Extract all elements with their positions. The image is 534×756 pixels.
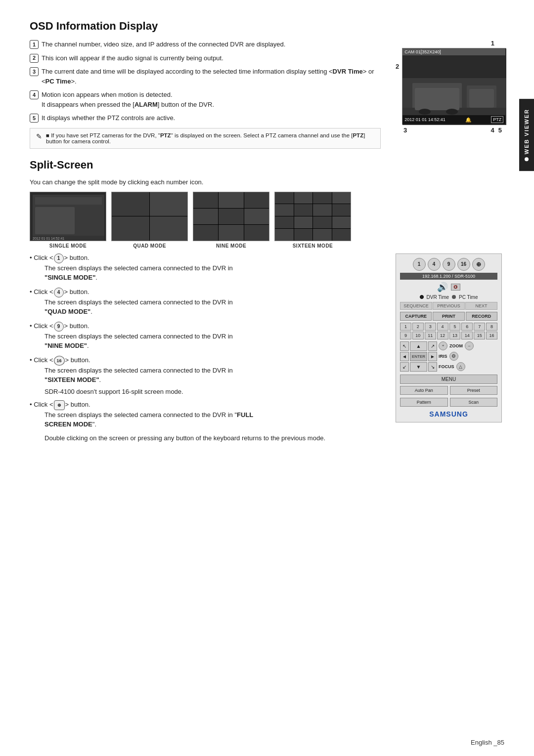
bullet-nine-mode: • Click <9> button. The screen displays …	[30, 322, 386, 351]
dvr-speaker-icon[interactable]: 🔊	[437, 282, 448, 293]
s6	[294, 204, 313, 216]
page-footer: English _85	[471, 739, 504, 746]
dvr-iris-label: IRIS	[439, 354, 447, 359]
dvr-capture-btn[interactable]: CAPTURE	[400, 312, 432, 321]
dvr-focus-row: FOCUS △	[439, 362, 497, 371]
single-mode-text: "SINGLE MODE"	[44, 274, 95, 281]
svg-text:2012 01 01  14:52:41: 2012 01 01 14:52:41	[33, 237, 64, 240]
s9	[275, 216, 294, 228]
dvr-print-btn[interactable]: PRINT	[433, 312, 464, 321]
dvr-preset-btn[interactable]: Preset	[450, 386, 498, 395]
dvr-arrow-upright[interactable]: ↗	[428, 341, 437, 351]
dvr-menu-btn[interactable]: MENU	[400, 375, 497, 384]
osd-num-1: 1	[30, 40, 39, 49]
cam-header-text: CAM 01[352X240]	[402, 48, 505, 55]
dvr-focus-btn[interactable]: △	[456, 362, 465, 371]
dvr-time-row: DVR Time PC Time	[400, 294, 497, 300]
dvr-arrow-left[interactable]: ◄	[400, 352, 409, 361]
dvr-num-8[interactable]: 8	[486, 323, 497, 331]
dvr-pattern-btn[interactable]: Pattern	[400, 398, 448, 407]
s8	[332, 204, 351, 216]
nine-cell-6	[244, 209, 269, 224]
dvr-btn-16[interactable]: 16	[457, 258, 470, 271]
dvr-num-14[interactable]: 14	[461, 332, 473, 339]
double-click-note: Double clicking on the screen or pressin…	[44, 434, 386, 442]
btn-fullscreen[interactable]: ⊕	[54, 400, 65, 410]
dvr-btn-fullscreen[interactable]: ⊕	[472, 258, 485, 271]
dvr-prev-btn[interactable]: PREVIOUS	[433, 302, 465, 310]
dvr-arrow-up[interactable]: ▲	[410, 341, 427, 351]
dvr-num-1[interactable]: 1	[400, 323, 411, 331]
osd-num-4: 4	[30, 90, 39, 99]
dvr-arrow-down[interactable]: ▼	[410, 362, 427, 372]
dvr-num-16[interactable]: 16	[486, 332, 497, 339]
svg-rect-5	[415, 88, 459, 110]
thumb-sixteen-item: SIXTEEN MODE	[274, 192, 351, 249]
dvr-record-btn[interactable]: RECORD	[466, 312, 497, 321]
dvr-num-5[interactable]: 5	[449, 323, 461, 331]
dvr-arrow-downright[interactable]: ↘	[428, 362, 437, 372]
dvr-num-9[interactable]: 9	[400, 332, 411, 339]
dvr-num-15[interactable]: 15	[474, 332, 485, 339]
btn-16[interactable]: 16	[54, 356, 65, 366]
dvr-arrow-upleft[interactable]: ↖	[400, 341, 409, 351]
dvr-ctrl-section: ↖ ▲ ↗ ◄ ENTER ► ↙ ▼ ↘	[400, 341, 497, 373]
s11	[313, 216, 332, 228]
split-content: • Click <1> button. The screen displays …	[30, 253, 504, 442]
btn-9[interactable]: 9	[54, 322, 64, 332]
dvr-zoom-plus[interactable]: +	[439, 341, 447, 350]
sixteen-mode-label: SIXTEEN MODE	[274, 243, 351, 249]
btn-4[interactable]: 4	[54, 288, 64, 297]
s13	[275, 229, 294, 241]
svg-point-7	[446, 109, 458, 115]
nine-mode-label: NINE MODE	[193, 243, 269, 249]
dvr-zoom-minus[interactable]: –	[465, 341, 474, 350]
dvr-autopan-btn[interactable]: Auto Pan	[400, 386, 448, 395]
thumb-nine-item: NINE MODE	[193, 192, 269, 249]
s14	[294, 229, 313, 241]
dvr-pc-time-label: PC Time	[459, 294, 478, 300]
bullet-quad-detail: The screen displays the selected camera …	[44, 297, 386, 317]
dvr-btn-9[interactable]: 9	[443, 258, 455, 271]
dvr-seq-btn[interactable]: SEQUENCE	[400, 302, 432, 310]
osd-diagram: 1 2 CAM 01[352X240]	[396, 40, 504, 149]
dvr-panel-container: 1 4 9 16 ⊕ 192.168.1.200 / SDR-5100 🔊 🔇	[396, 253, 504, 442]
thumb-nine-content	[193, 192, 269, 241]
dvr-num-4[interactable]: 4	[437, 323, 448, 331]
thumb-sixteen-content	[275, 192, 351, 241]
dvr-next-btn[interactable]: NEXT	[465, 302, 497, 310]
thumb-single-content: 2012 01 01 14:52:41	[30, 192, 106, 241]
dvr-btn-4[interactable]: 4	[428, 258, 441, 271]
dvr-iris-gear[interactable]: ⚙	[449, 352, 458, 361]
dvr-num-6[interactable]: 6	[461, 323, 473, 331]
dvr-mute-box[interactable]: 🔇	[451, 284, 460, 291]
nine-cell-5	[219, 209, 243, 224]
dvr-num-10[interactable]: 10	[412, 332, 424, 339]
single-mode-label: SINGLE MODE	[30, 243, 106, 249]
osd-num-3: 3	[30, 67, 39, 76]
dvr-scan-btn[interactable]: Scan	[450, 398, 498, 407]
svg-rect-12	[35, 207, 75, 234]
dvr-top-row: 1 4 9 16 ⊕	[400, 258, 497, 271]
diagram-label-2: 2	[396, 63, 399, 70]
dvr-enter-btn[interactable]: ENTER	[410, 352, 427, 361]
dvr-num-13[interactable]: 13	[449, 332, 461, 339]
dvr-num-7[interactable]: 7	[474, 323, 485, 331]
dvr-num-11[interactable]: 11	[425, 332, 436, 339]
diagram-label-1: 1	[396, 40, 494, 47]
nine-cell-9	[244, 225, 269, 241]
thumb-quad-content	[112, 192, 187, 241]
dvr-arrow-right[interactable]: ►	[428, 352, 437, 361]
bullet-nine-detail: The screen displays the selected camera …	[44, 332, 386, 351]
diagram-labels-45: 4 5	[491, 126, 502, 134]
btn-1[interactable]: 1	[54, 253, 64, 263]
diagram-label-3: 3	[403, 126, 407, 134]
bullet-full-click: • Click <⊕> button.	[30, 400, 386, 410]
dvr-arrow-downleft[interactable]: ↙	[400, 362, 409, 372]
dvr-ip-bar: 192.168.1.200 / SDR-5100	[400, 273, 497, 280]
dvr-num-12[interactable]: 12	[437, 332, 448, 339]
dvr-num-3[interactable]: 3	[425, 323, 436, 331]
dvr-btn-1[interactable]: 1	[413, 258, 426, 271]
s1	[275, 192, 294, 204]
dvr-num-2[interactable]: 2	[412, 323, 424, 331]
